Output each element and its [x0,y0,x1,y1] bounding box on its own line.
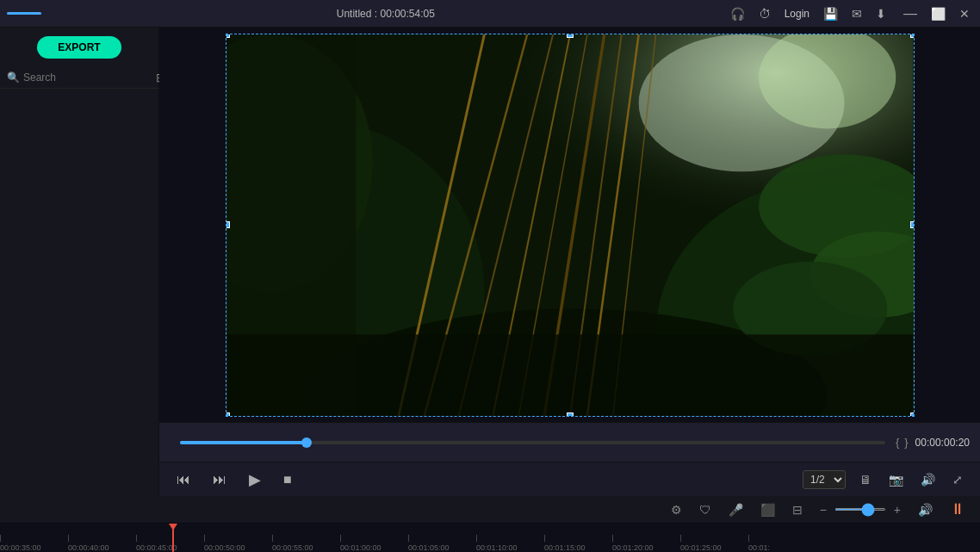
progress-fill [180,441,307,444]
ruler-segment: 00:01:10:00 [476,535,544,552]
ruler-tick [476,535,477,542]
progress-bar-area: { } 00:00:00:20 [159,422,980,462]
titlebar-right: 🎧 ⏱ Login 💾 ✉ ⬇ — ⬜ ✕ [730,4,973,23]
quality-select[interactable]: 1/2 1/4 Full [803,470,846,489]
ruler-segment: 00:00:40:00 [68,535,136,552]
jungle-overlay [226,34,914,416]
play-button[interactable]: ▶ [245,467,264,493]
timeline-ruler[interactable]: 00:00:35:0000:00:40:0000:00:45:0000:00:5… [0,524,980,552]
timeline-caption-button[interactable]: ⬛ [756,501,779,518]
jungle-background [226,34,914,416]
stop-button[interactable]: ■ [280,468,295,491]
preview-area: { } 00:00:00:20 ⏮ ⏭ ▶ ■ 1/2 1/4 Full 🖥 📷… [159,28,980,496]
current-time: 00:00:00:20 [915,437,970,449]
ruler-tick [748,535,749,542]
ruler-segment: 00:01:15:00 [544,535,612,552]
timeline-tools: ⚙ 🛡 🎤 ⬛ ⊟ − + 🔊 ⏸ [0,496,980,524]
ruler-segment: 00:01:25:00 [680,535,748,552]
maximize-button[interactable]: ⬜ [927,5,949,22]
ruler-segment: 00:00:45:00 [136,535,204,552]
video-canvas [226,34,915,417]
ruler-tick [68,535,69,542]
headphone-icon[interactable]: 🎧 [730,7,745,21]
ruler-label: 00:01: [748,543,770,552]
ruler-label: 00:00:55:00 [272,543,313,552]
handle-top-middle[interactable] [567,34,574,38]
bracket-close: } [904,436,908,449]
close-button[interactable]: ✕ [956,5,973,22]
handle-bottom-left[interactable] [226,412,230,417]
screen-icon-button[interactable]: 🖥 [856,469,875,490]
ruler-label: 00:00:50:00 [204,543,245,552]
playhead[interactable] [172,524,174,552]
ruler-label: 00:01:00:00 [340,543,381,552]
vol-plus-button[interactable]: + [890,501,905,518]
minimize-button[interactable]: — [900,4,921,23]
search-icon: 🔍 [7,71,20,84]
ruler-label: 00:01:25:00 [680,543,722,552]
titlebar: Untitled : 00:00:54:05 🎧 ⏱ Login 💾 ✉ ⬇ —… [0,0,980,28]
ruler-tick [204,535,205,542]
volume-control: − + [816,501,905,518]
titlebar-title: Untitled : 00:00:54:05 [41,8,730,20]
svg-rect-21 [226,334,912,416]
vol-minus-button[interactable]: − [816,501,831,518]
timeline-shield-button[interactable]: 🛡 [695,501,716,518]
mail-icon[interactable]: ✉ [852,7,862,21]
skip-back-button[interactable]: ⏮ [173,468,194,491]
ruler-label: 00:00:40:00 [68,543,109,552]
search-bar: 🔍 ⊟ ⣿ [0,67,158,89]
ruler-marks: 00:00:35:0000:00:40:0000:00:45:0000:00:5… [0,524,980,552]
media-grid [0,89,158,496]
ruler-tick [0,535,1,542]
transport-controls: ⏮ ⏭ ▶ ■ 1/2 1/4 Full 🖥 📷 🔊 ⤢ [159,462,980,496]
bracket-open: { [896,436,899,449]
timeline-mic-button[interactable]: 🎤 [724,501,747,518]
ruler-segment: 00:01:05:00 [408,535,476,552]
volume-icon-button[interactable]: 🔊 [917,469,939,490]
step-back-button[interactable]: ⏭ [209,468,230,491]
ruler-tick [612,535,613,542]
progress-thumb [301,437,312,448]
handle-middle-left[interactable] [226,221,230,228]
ruler-label: 00:01:20:00 [612,543,654,552]
timeline-volume-icon[interactable]: 🔊 [914,501,937,518]
accent-bar [7,12,41,15]
ruler-label: 00:00:45:00 [136,543,177,552]
window-controls: — ⬜ ✕ [900,4,973,23]
handle-middle-right[interactable] [910,221,915,228]
timeline-settings-button[interactable]: ⚙ [667,501,686,518]
transport-right: 1/2 1/4 Full 🖥 📷 🔊 ⤢ [803,469,966,490]
volume-slider[interactable] [834,508,886,511]
ruler-segment: 00:01:20:00 [612,535,680,552]
save-icon[interactable]: 💾 [823,7,838,21]
ruler-segment: 00:01: [748,535,816,552]
timeline: ⚙ 🛡 🎤 ⬛ ⊟ − + 🔊 ⏸ 00:00:35:0000:00:40:00… [0,496,980,552]
ruler-segment: 00:00:35:00 [0,535,68,552]
timeline-subtitle-button[interactable]: ⊟ [788,501,807,518]
main-content: EXPORT 🔍 ⊟ ⣿ [0,28,980,496]
fullscreen-button[interactable]: ⤢ [949,469,966,490]
progress-bar[interactable] [180,441,885,444]
ruler-segment: 00:00:55:00 [272,535,340,552]
handle-top-left[interactable] [226,34,230,38]
ruler-label: 00:01:10:00 [476,543,518,552]
handle-bottom-middle[interactable] [567,412,574,417]
time-brackets: { } [896,436,909,449]
handle-top-right[interactable] [910,34,915,38]
timeline-pause-button[interactable]: ⏸ [946,499,970,520]
export-button[interactable]: EXPORT [37,36,121,59]
ruler-label: 00:01:05:00 [408,543,450,552]
ruler-tick [272,535,273,542]
ruler-tick [340,535,341,542]
login-button[interactable]: Login [785,8,809,20]
ruler-segment: 00:01:00:00 [340,535,408,552]
handle-bottom-right[interactable] [910,412,915,417]
download-icon[interactable]: ⬇ [876,7,886,21]
ruler-label: 00:00:35:00 [0,543,41,552]
search-input[interactable] [23,71,152,84]
camera-icon-button[interactable]: 📷 [885,469,907,490]
video-preview [159,28,980,422]
clock-icon[interactable]: ⏱ [759,7,771,21]
ruler-tick [136,535,137,542]
